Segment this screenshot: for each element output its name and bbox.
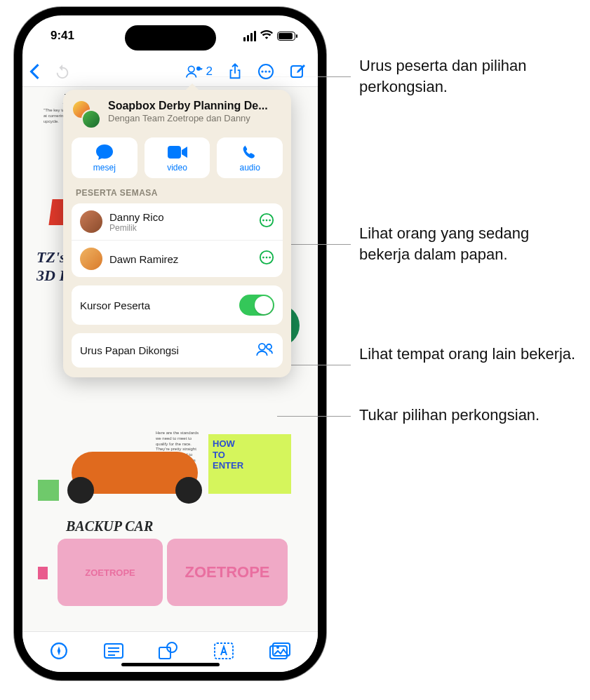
participant-more-icon[interactable] [259, 213, 274, 231]
phone-frame: 9:41 2 [14, 7, 326, 680]
callout-text: Lihat orang yang sedang bekerja dalam pa… [359, 223, 584, 264]
avatar [80, 210, 102, 233]
callout-leader [277, 416, 351, 417]
sticky-note[interactable] [38, 480, 59, 501]
screen: 9:41 2 [22, 15, 318, 672]
cursors-toggle[interactable] [239, 295, 274, 316]
participant-name: Danny Rico [109, 211, 164, 223]
undo-icon[interactable] [55, 64, 70, 79]
message-button[interactable]: mesej [72, 137, 138, 178]
video-icon [168, 144, 187, 160]
callout-text: Lihat tempat orang lain bekerja. [359, 344, 584, 365]
manage-shared-board-row[interactable]: Urus Papan Dikongsi [72, 333, 283, 368]
cursors-label: Kursor Peserta [80, 299, 150, 311]
compose-icon[interactable] [290, 63, 307, 80]
svg-point-5 [268, 70, 270, 72]
collaboration-popover: Soapbox Derby Planning De... Dengan Team… [63, 90, 291, 377]
audio-button[interactable]: audio [217, 137, 283, 178]
participants-list: Danny Rico Pemilik Dawn Ramirez [72, 203, 283, 277]
participant-name: Dawn Ramirez [109, 253, 178, 265]
manage-label: Urus Papan Dikongsi [80, 344, 179, 356]
canvas-car-drawing[interactable] [72, 452, 198, 494]
participant-row[interactable]: Dawn Ramirez [72, 240, 283, 277]
dynamic-island [125, 25, 216, 51]
participant-more-icon[interactable] [259, 250, 274, 268]
callout-text: Urus peserta dan pilihan perkongsian. [359, 55, 584, 97]
svg-point-26 [269, 257, 271, 259]
phone-icon [242, 144, 257, 160]
svg-point-20 [262, 220, 264, 222]
home-indicator [121, 663, 220, 666]
participants-section-label: PESERTA SEMASA [76, 188, 283, 198]
canvas-howto-card[interactable]: HOW TO ENTER [208, 434, 291, 494]
message-icon [95, 144, 114, 160]
svg-point-1 [196, 66, 201, 70]
collaboration-icon [256, 342, 274, 358]
popover-subtitle: Dengan Team Zoetrope dan Danny [108, 113, 283, 125]
message-label: mesej [93, 163, 116, 173]
svg-point-0 [188, 66, 194, 72]
svg-point-24 [262, 257, 264, 259]
share-icon[interactable] [228, 63, 242, 80]
avatar [80, 248, 102, 270]
svg-point-4 [264, 70, 267, 72]
participant-role: Pemilik [109, 223, 164, 233]
more-icon[interactable] [257, 63, 274, 80]
back-icon[interactable] [29, 64, 39, 79]
pen-tool-icon[interactable] [50, 642, 68, 663]
svg-rect-18 [168, 146, 181, 159]
wifi-icon [260, 29, 273, 42]
cellular-signal-icon [243, 31, 256, 41]
popover-title: Soapbox Derby Planning De... [108, 100, 283, 112]
svg-point-22 [269, 220, 271, 222]
collab-count: 2 [206, 65, 213, 79]
video-button[interactable]: video [145, 137, 210, 178]
svg-point-27 [259, 344, 265, 350]
media-tool-icon[interactable] [269, 642, 290, 662]
participant-row[interactable]: Danny Rico Pemilik [72, 203, 283, 240]
note-tool-icon[interactable] [104, 643, 123, 661]
svg-rect-12 [159, 647, 170, 659]
sticky-note[interactable] [38, 567, 48, 579]
audio-label: audio [239, 163, 260, 173]
status-time: 9:41 [51, 29, 74, 43]
canvas-pink-image[interactable]: ZOETROPE [58, 539, 163, 606]
group-avatars [72, 100, 101, 129]
video-label: video [167, 163, 187, 173]
participant-cursors-row: Kursor Peserta [72, 285, 283, 325]
svg-point-25 [266, 257, 268, 259]
battery-icon [277, 32, 295, 41]
svg-point-21 [266, 220, 268, 222]
top-toolbar: 2 [22, 56, 318, 87]
canvas-backup-label: BACKUP CAR [66, 518, 153, 534]
callout-text: Tukar pilihan perkongsian. [359, 405, 584, 426]
shapes-tool-icon[interactable] [159, 642, 178, 663]
text-tool-icon[interactable] [214, 642, 234, 662]
svg-point-28 [267, 344, 271, 349]
canvas-pink-image[interactable]: ZOETROPE [167, 539, 288, 606]
collaboration-button[interactable]: 2 [186, 65, 213, 79]
svg-point-3 [261, 70, 263, 72]
